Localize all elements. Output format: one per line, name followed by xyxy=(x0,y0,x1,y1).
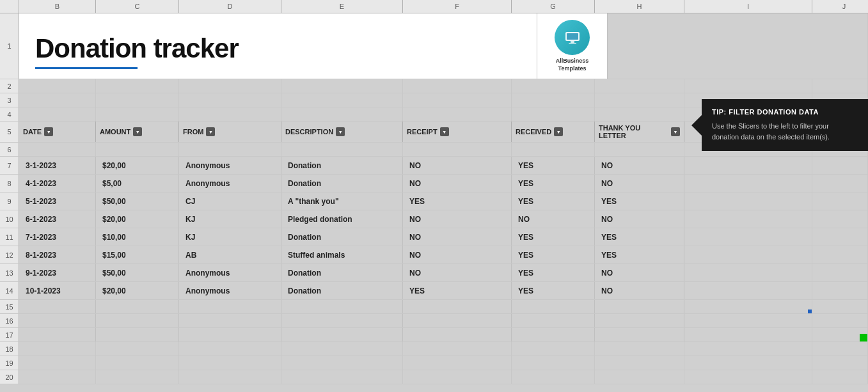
cell-receipt-10: NO xyxy=(403,210,512,228)
cell-desc-11: Donation xyxy=(281,228,403,246)
cell-rest20 xyxy=(812,370,868,384)
cell-date-13: 9-1-2023 xyxy=(19,264,96,281)
cell-d2 xyxy=(179,79,281,93)
date-filter-button[interactable] xyxy=(44,127,53,136)
row-num-14: 14 xyxy=(0,282,19,299)
col-date-header: DATE xyxy=(19,122,96,142)
received-filter-button[interactable] xyxy=(554,127,563,136)
cell-f6 xyxy=(403,143,512,156)
cell-received-11: YES xyxy=(512,228,595,246)
cell-receipt-13: NO xyxy=(403,264,512,281)
cell-b19 xyxy=(19,356,96,370)
cell-from-8: Anonymous xyxy=(179,175,281,192)
cell-i19 xyxy=(684,356,812,370)
row-12: 12 8-1-2023 $15,00 AB Stuffed animals NO… xyxy=(0,246,868,264)
cell-g20 xyxy=(512,370,595,384)
cell-d20 xyxy=(179,370,281,384)
cell-h3 xyxy=(595,93,684,107)
cell-desc-12: Stuffed animals xyxy=(281,246,403,263)
cell-h4 xyxy=(595,107,684,121)
cell-rest12 xyxy=(812,246,868,263)
cell-f15 xyxy=(403,300,512,313)
row-18: 18 xyxy=(0,342,868,356)
row-7: 7 3-1-2023 $20,00 Anonymous Donation NO … xyxy=(0,157,868,175)
cell-f18 xyxy=(403,342,512,356)
col-header-h: H xyxy=(595,0,684,13)
cell-f3 xyxy=(403,93,512,107)
cell-from-12: AB xyxy=(179,246,281,263)
cell-rest7 xyxy=(812,157,868,174)
cell-rest15 xyxy=(812,300,868,313)
row-8: 8 4-1-2023 $5,00 Anonymous Donation NO Y… xyxy=(0,175,868,192)
cell-from-11: KJ xyxy=(179,228,281,246)
cell-g4 xyxy=(512,107,595,121)
row-num-12: 12 xyxy=(0,246,19,263)
cell-c4 xyxy=(96,107,179,121)
cell-amount-14: $20,00 xyxy=(96,282,179,299)
row-9: 9 5-1-2023 $50,00 CJ A "thank you" YES Y… xyxy=(0,192,868,210)
row-num-6: 6 xyxy=(0,143,19,156)
col-received-header: RECEIVED xyxy=(512,122,595,142)
cell-thankyou-10: NO xyxy=(595,210,684,228)
cell-h20 xyxy=(595,370,684,384)
cell-g2 xyxy=(512,79,595,93)
col-header-i: I xyxy=(684,0,812,13)
green-indicator xyxy=(860,334,867,341)
col-thankyou-header: THANK YOU LETTER xyxy=(595,122,684,142)
cell-rest16 xyxy=(812,314,868,327)
col-header-g: G xyxy=(512,0,595,13)
cell-date-14: 10-1-2023 xyxy=(19,282,96,299)
cell-g6 xyxy=(512,143,595,156)
cell-f16 xyxy=(403,314,512,327)
corner-cell xyxy=(0,0,19,13)
from-filter-button[interactable] xyxy=(206,127,215,136)
cell-received-8: YES xyxy=(512,175,595,192)
cell-d18 xyxy=(179,342,281,356)
cell-received-7: YES xyxy=(512,157,595,174)
cell-b15 xyxy=(19,300,96,313)
cell-receipt-9: YES xyxy=(403,192,512,210)
cell-thankyou-14: NO xyxy=(595,282,684,299)
col-header-c: C xyxy=(96,0,179,13)
cell-g15 xyxy=(512,300,595,313)
cell-e17 xyxy=(281,328,403,341)
cell-j1 xyxy=(608,13,868,79)
cell-rest9 xyxy=(812,192,868,210)
cell-i15 xyxy=(684,300,812,313)
row-num-13: 13 xyxy=(0,264,19,281)
cell-h15 xyxy=(595,300,684,313)
cell-i18 xyxy=(684,342,812,356)
cell-desc-8: Donation xyxy=(281,175,403,192)
desc-filter-button[interactable] xyxy=(336,127,345,136)
cell-c3 xyxy=(96,93,179,107)
cell-amount-10: $20,00 xyxy=(96,210,179,228)
cell-desc-14: Donation xyxy=(281,282,403,299)
receipt-filter-button[interactable] xyxy=(440,127,449,136)
cell-received-9: YES xyxy=(512,192,595,210)
amount-filter-button[interactable] xyxy=(133,127,142,136)
cell-i2 xyxy=(684,79,812,93)
thankyou-filter-button[interactable] xyxy=(671,127,680,136)
cell-e15 xyxy=(281,300,403,313)
cell-c16 xyxy=(96,314,179,327)
row-17: 17 xyxy=(0,328,868,342)
row-num-20: 20 xyxy=(0,370,19,384)
cell-b3 xyxy=(19,93,96,107)
cell-d19 xyxy=(179,356,281,370)
cell-d17 xyxy=(179,328,281,341)
cell-date-12: 8-1-2023 xyxy=(19,246,96,263)
cell-date-7: 3-1-2023 xyxy=(19,157,96,174)
cell-b17 xyxy=(19,328,96,341)
cell-e4 xyxy=(281,107,403,121)
cell-i13 xyxy=(684,264,812,281)
cell-h18 xyxy=(595,342,684,356)
cell-b20 xyxy=(19,370,96,384)
row-num-17: 17 xyxy=(0,328,19,341)
cell-g19 xyxy=(512,356,595,370)
cell-amount-9: $50,00 xyxy=(96,192,179,210)
cell-desc-13: Donation xyxy=(281,264,403,281)
cell-e20 xyxy=(281,370,403,384)
logo-area: AllBusinessTemplates xyxy=(537,13,608,79)
row-19: 19 xyxy=(0,356,868,370)
cell-d16 xyxy=(179,314,281,327)
